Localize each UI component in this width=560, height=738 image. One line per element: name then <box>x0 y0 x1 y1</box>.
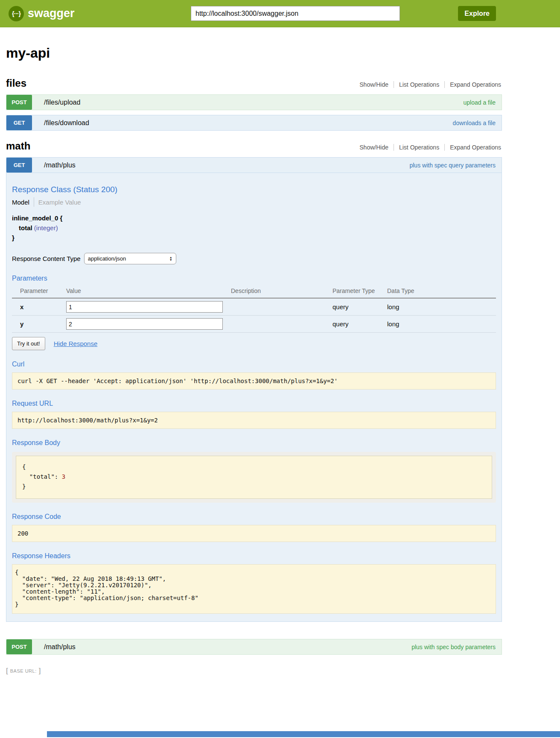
request-url-block: http://localhost:3000/math/plus?x=1&y=2 <box>12 412 496 429</box>
response-code-block: 200 <box>12 525 496 542</box>
parameter-name: y <box>12 316 66 333</box>
parameter-description <box>231 298 332 316</box>
json-total-line: "total": 3 <box>22 472 487 482</box>
base-url-label: BASE URL: <box>10 668 37 674</box>
parameter-data-type: long <box>387 316 496 333</box>
col-parameter-type: Parameter Type <box>332 285 387 298</box>
parameter-description <box>231 316 332 333</box>
http-method-badge: GET <box>6 115 32 130</box>
parameter-value-input-y[interactable] <box>66 318 223 330</box>
explore-button[interactable]: Explore <box>458 6 496 21</box>
section-header-files: files Show/HideList OperationsExpand Ope… <box>6 77 502 89</box>
operation-summary-link[interactable]: plus with spec body parameters <box>411 644 496 650</box>
base-url-footer: [ BASE URL: ] <box>6 667 560 675</box>
hide-response-link[interactable]: Hide Response <box>54 340 98 347</box>
operation-summary-link[interactable]: downloads a file <box>453 120 496 126</box>
spec-url-input[interactable] <box>191 6 400 21</box>
col-parameter: Parameter <box>12 285 66 298</box>
curl-command-block: curl -X GET --header 'Accept: applicatio… <box>12 372 496 390</box>
response-headers-heading: Response Headers <box>12 552 496 560</box>
response-class-heading: Response Class (Status 200) <box>12 185 496 194</box>
section-header-math: math Show/HideList OperationsExpand Oper… <box>6 140 502 152</box>
http-method-badge: GET <box>6 158 32 173</box>
top-header-bar: {···} swagger Explore <box>0 0 560 27</box>
bottom-blue-bar <box>47 731 560 737</box>
tab-model[interactable]: Model <box>12 199 29 206</box>
operation-path[interactable]: /files/download <box>44 119 89 127</box>
parameter-type: query <box>332 316 387 333</box>
col-description: Description <box>231 285 332 298</box>
response-body-json: { "total": 3 } <box>16 456 492 499</box>
tab-separator <box>34 197 34 207</box>
swagger-logo-icon: {···} <box>9 6 24 21</box>
response-content-type-label: Response Content Type <box>12 255 81 262</box>
try-it-row: Try it out! Hide Response <box>12 337 496 350</box>
show-hide-link[interactable]: Show/Hide <box>354 81 394 88</box>
operation-row-get-files-download[interactable]: GET /files/download downloads a file <box>6 115 502 131</box>
parameter-data-type: long <box>387 298 496 316</box>
http-method-badge: POST <box>6 95 32 110</box>
operation-row-post-math-plus[interactable]: POST /math/plus plus with spec body para… <box>6 639 502 655</box>
section-links: Show/HideList OperationsExpand Operation… <box>354 81 502 88</box>
curl-heading: Curl <box>12 360 496 368</box>
parameter-type: query <box>332 298 387 316</box>
parameter-row-y: y query long <box>12 316 496 333</box>
parameters-heading: Parameters <box>12 275 496 282</box>
operation-summary-link[interactable]: plus with spec query parameters <box>409 162 496 169</box>
http-method-badge: POST <box>6 639 32 654</box>
model-signature: inline_model_0 { total (integer) } <box>12 213 496 243</box>
parameters-table: Parameter Value Description Parameter Ty… <box>12 285 496 333</box>
col-data-type: Data Type <box>387 285 496 298</box>
operation-path[interactable]: /math/plus <box>44 161 76 169</box>
try-it-out-button[interactable]: Try it out! <box>12 337 45 350</box>
expand-operations-link[interactable]: Expand Operations <box>444 81 502 88</box>
show-hide-link[interactable]: Show/Hide <box>354 144 394 151</box>
operation-summary-link[interactable]: upload a file <box>463 99 496 106</box>
operation-row-get-math-plus[interactable]: GET /math/plus plus with spec query para… <box>6 157 502 173</box>
selected-content-type: application/json <box>88 255 126 262</box>
brand-name: swagger <box>28 7 75 20</box>
col-value: Value <box>66 285 231 298</box>
parameters-header-row: Parameter Value Description Parameter Ty… <box>12 285 496 298</box>
section-links: Show/HideList OperationsExpand Operation… <box>354 144 502 151</box>
parameter-value-input-x[interactable] <box>66 301 223 313</box>
request-url-heading: Request URL <box>12 400 496 407</box>
model-close: } <box>12 233 496 243</box>
operation-path[interactable]: /files/upload <box>44 99 80 106</box>
model-open: inline_model_0 { <box>12 213 496 223</box>
tab-example-value[interactable]: Example Value <box>38 199 81 206</box>
response-content-type-select[interactable]: application/json ▲▼ <box>84 253 176 264</box>
response-content-type-row: Response Content Type application/json ▲… <box>12 253 496 264</box>
json-number-value: 3 <box>62 473 65 480</box>
response-body-container: { "total": 3 } <box>12 452 496 503</box>
response-body-heading: Response Body <box>12 439 496 447</box>
operation-row-post-files-upload[interactable]: POST /files/upload upload a file <box>6 94 502 110</box>
select-arrows-icon: ▲▼ <box>169 256 172 261</box>
page-title: my-api <box>6 45 502 61</box>
expand-operations-link[interactable]: Expand Operations <box>444 144 502 151</box>
model-property: total (integer) <box>12 223 496 233</box>
brand[interactable]: {···} swagger <box>9 6 75 21</box>
response-code-heading: Response Code <box>12 513 496 521</box>
list-operations-link[interactable]: List Operations <box>394 81 444 88</box>
json-open-brace: { <box>22 462 487 472</box>
list-operations-link[interactable]: List Operations <box>394 144 444 151</box>
parameter-name: x <box>12 298 66 316</box>
model-tabs: Model Example Value <box>12 197 496 207</box>
operation-path[interactable]: /math/plus <box>44 643 76 651</box>
operation-details-panel: Response Class (Status 200) Model Exampl… <box>6 173 502 622</box>
json-close-brace: } <box>22 482 487 492</box>
section-title: math <box>6 140 30 152</box>
section-title: files <box>6 77 26 89</box>
parameter-row-x: x query long <box>12 298 496 316</box>
response-headers-block: { "date": "Wed, 22 Aug 2018 18:49:13 GMT… <box>12 564 496 614</box>
